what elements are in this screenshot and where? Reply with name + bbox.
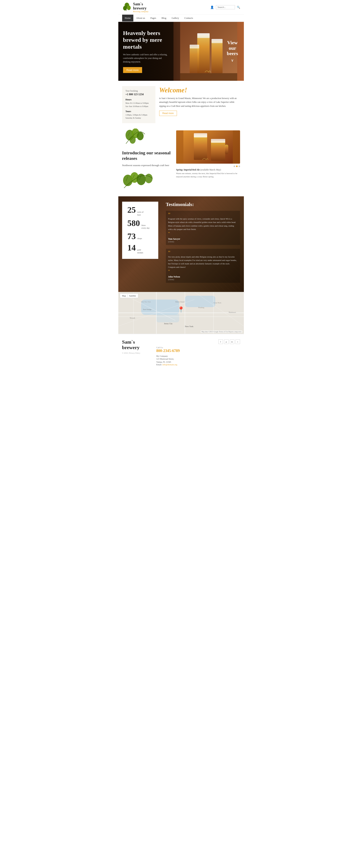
nav-item-contacts[interactable]: Contacts	[182, 14, 196, 22]
testimonial-item-1: " Fragrant with the spicy aromas of clov…	[166, 211, 240, 245]
testimonial-text-1: Fragrant with the spicy aromas of clove,…	[168, 217, 238, 231]
svg-text:West New York: West New York	[141, 301, 151, 303]
dot-1[interactable]	[233, 165, 235, 167]
tours-title: Tours	[126, 110, 152, 113]
seasonal-section: Introducing our seasonal releases Northw…	[118, 128, 244, 196]
map-attribution: Map data ©2015 Google Terms of Use Repor…	[201, 331, 242, 333]
svg-text:Great Neck: Great Neck	[214, 302, 221, 304]
stat-item-2: 580 litresevery day	[128, 219, 153, 229]
svg-rect-20	[194, 135, 207, 160]
tour-label: Tour booking	[126, 90, 152, 92]
view-beers-cta[interactable]: View our beers ∨	[227, 40, 238, 63]
carousel-dots	[176, 165, 240, 167]
svg-text:Flushing: Flushing	[198, 307, 204, 308]
seasonal-right: Spring: Imperial Red Ale (available Marc…	[176, 130, 240, 178]
logo-area: Sam`sbrewery Brewing company	[122, 2, 152, 12]
dot-2[interactable]	[236, 165, 238, 167]
stat-label-1: sorts ofbeer	[137, 211, 144, 216]
beer-seasonal-image	[176, 130, 240, 164]
stat-label-2: litresevery day	[142, 224, 150, 229]
footer-city: Tampa, FL 12345	[156, 361, 240, 363]
testimonials-title: Testimonials:	[166, 202, 240, 207]
footer-copyright: © 2016 | Privacy Policy	[122, 352, 151, 354]
svg-rect-8	[190, 46, 199, 73]
stat-item-4: 14 goldmedals	[128, 244, 153, 254]
svg-rect-24	[225, 145, 228, 154]
footer-contact-area: f p in t Call Us: 800-2345-6789 My Compa…	[156, 339, 240, 366]
map-tab[interactable]: Map	[120, 294, 128, 297]
quote-mark-1: "	[168, 213, 238, 216]
nav-item-about[interactable]: About us	[133, 14, 148, 22]
quote-mark-2: "	[168, 251, 238, 254]
stat-number-4: 14	[128, 244, 136, 252]
hero-section: Heavenly beers brewed by mere mortals We…	[118, 22, 244, 81]
site-header: Sam`sbrewery Brewing company 👤 🔍	[118, 0, 244, 14]
svg-point-18	[145, 174, 152, 183]
map-controls: Map Satellite	[120, 293, 138, 298]
svg-point-2	[127, 5, 131, 10]
tour-booking-box: Tour booking +1 800 123 1234 Hours Mon–F…	[122, 86, 156, 123]
svg-text:East Orange: East Orange	[143, 308, 151, 310]
svg-text:Manhasset: Manhasset	[229, 311, 236, 313]
social-linkedin-icon[interactable]: in	[230, 339, 234, 344]
welcome-title: Welcome!	[159, 86, 240, 94]
beer-caption: Spring: Imperial Red Ale (available Marc…	[176, 168, 240, 171]
svg-rect-23	[211, 139, 225, 143]
logo-text: Sam`sbrewery Brewing company	[133, 2, 148, 12]
social-pinterest-icon[interactable]: p	[224, 339, 229, 344]
nav-item-pages[interactable]: Pages	[148, 14, 159, 22]
svg-rect-28	[156, 313, 179, 322]
svg-text:Jersey City: Jersey City	[164, 322, 172, 324]
svg-rect-7	[212, 39, 223, 43]
nav-item-blog[interactable]: Blog	[159, 14, 169, 22]
footer-social-icons: f p in t	[156, 339, 240, 344]
tours-times: 1:00pm, 3:00pm & 5:00pm	[126, 114, 152, 117]
hours-weekday: Mon–Fri 11:00am to 9:00pm	[126, 102, 152, 105]
welcome-read-more-button[interactable]: Read more	[159, 111, 177, 116]
svg-point-13	[137, 132, 144, 140]
social-twitter-icon[interactable]: t	[235, 339, 240, 344]
hero-read-more-button[interactable]: Read more	[123, 67, 142, 73]
author-role-2: (client)	[168, 278, 238, 281]
testimonial-item-2: " I'm very picky about tripels and other…	[166, 249, 240, 283]
nav-item-home[interactable]: Home	[122, 14, 134, 22]
hero-left: Heavenly beers brewed by mere mortals We…	[118, 22, 173, 81]
testimonial-author-1: Tom Sawyer (client)	[168, 238, 238, 243]
seasonal-title: Introducing our seasonal releases	[122, 150, 172, 161]
stat-number-3: 73	[128, 232, 136, 241]
svg-text:Rikers Island: Rikers Island	[175, 301, 185, 303]
search-icon[interactable]: 🔍	[237, 6, 240, 9]
hero-title: Heavenly beers brewed by mere mortals	[123, 30, 169, 50]
svg-rect-21	[194, 133, 207, 137]
footer-phone: 800-2345-6789	[156, 348, 240, 353]
svg-point-14	[130, 136, 136, 144]
svg-rect-10	[180, 73, 237, 81]
dot-3[interactable]	[239, 165, 240, 167]
stat-number-2: 580	[128, 219, 140, 227]
testimonial-text-2: I'm very picky about tripels and other B…	[168, 255, 238, 269]
beer-availability: (available March–May)	[200, 168, 221, 171]
stats-testimonials-section: 25 sorts ofbeer 580 litresevery day 73 s…	[118, 196, 244, 292]
svg-rect-27	[185, 296, 215, 307]
stat-label-3: shops	[137, 237, 142, 240]
author-role-1: (client)	[168, 241, 238, 243]
search-input[interactable]	[216, 5, 235, 9]
satellite-tab[interactable]: Satellite	[128, 294, 138, 297]
hops-top-illustration	[122, 128, 172, 146]
footer-email: Email: info@domain.org	[156, 363, 240, 366]
seasonal-left: Introducing our seasonal releases Northw…	[122, 130, 172, 191]
welcome-text: to Sam`s brewery in Grand Marais, Minnes…	[159, 96, 240, 108]
footer-call-label: Call Us:	[156, 346, 240, 348]
map-pin-icon: 📍	[177, 306, 185, 313]
svg-rect-6	[212, 41, 223, 73]
nav-item-gallery[interactable]: Gallery	[169, 14, 182, 22]
hops-bottom-illustration	[122, 171, 172, 191]
stat-item-1: 25 sorts ofbeer	[128, 206, 153, 216]
stat-number-1: 25	[128, 206, 136, 214]
social-facebook-icon[interactable]: f	[218, 339, 223, 344]
map-background: East Orange Newark Jersey City New York …	[118, 292, 244, 334]
hero-right: View our beers ∨	[173, 22, 244, 81]
brand-tagline: Brewing company	[133, 10, 148, 12]
account-icon[interactable]: 👤	[210, 5, 214, 9]
author-name-2: John Nelson	[168, 275, 238, 278]
